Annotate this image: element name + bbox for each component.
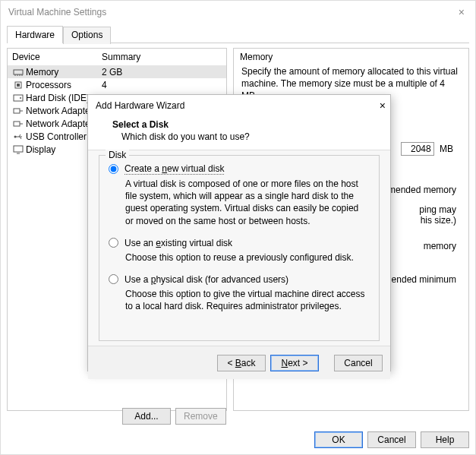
col-summary: Summary (102, 52, 222, 62)
wizard-heading: Select a Disk (112, 119, 377, 130)
ok-button[interactable]: OK (314, 431, 363, 448)
add-remove-row: Add... Remove (122, 408, 226, 425)
svg-rect-9 (14, 109, 20, 113)
device-table-header: Device Summary (8, 49, 226, 65)
svg-point-8 (20, 97, 21, 99)
radio-create-new[interactable]: Create a new virtual disk (106, 163, 373, 175)
next-button[interactable]: Next > (270, 355, 319, 371)
window-title: Virtual Machine Settings (8, 7, 106, 17)
device-name: Memory (26, 67, 102, 77)
hint-swap1: ping may (419, 204, 456, 215)
svg-rect-11 (14, 122, 20, 126)
svg-rect-6 (17, 84, 20, 87)
wizard-titlebar: Add Hardware Wizard × (88, 95, 390, 116)
memory-value-row: 2048 MB (401, 142, 453, 156)
display-icon (12, 144, 24, 155)
memory-input[interactable]: 2048 (401, 142, 434, 156)
radio-create-new-input[interactable] (109, 164, 118, 174)
wizard-cancel-button[interactable]: Cancel (334, 355, 383, 371)
wizard-footer: < Back Next > Cancel (88, 346, 390, 379)
wizard-close-icon[interactable]: × (380, 100, 386, 112)
radio-existing-input[interactable] (109, 238, 118, 248)
tab-options[interactable]: Options (63, 27, 111, 44)
processor-icon (12, 80, 24, 90)
radio-create-new-desc: A virtual disk is composed of one or mor… (125, 178, 368, 227)
radio-existing[interactable]: Use an existing virtual disk (106, 238, 373, 248)
svg-rect-17 (14, 146, 23, 152)
disk-group: Disk Create a new virtual disk A virtual… (99, 155, 380, 341)
radio-physical-input[interactable] (109, 274, 118, 284)
hint-swap2: his size.) (421, 215, 456, 226)
network-icon (12, 106, 24, 116)
wizard-subheading: Which disk do you want to use? (121, 131, 377, 142)
table-row[interactable]: Memory 2 GB (8, 65, 226, 78)
memory-icon (12, 67, 24, 77)
radio-existing-desc: Choose this option to reuse a previously… (125, 251, 368, 264)
usb-icon (12, 131, 24, 142)
device-name: Processors (26, 80, 102, 90)
wizard-body: Disk Create a new virtual disk A virtual… (88, 150, 390, 346)
radio-existing-label: Use an existing virtual disk (125, 238, 232, 248)
disk-group-label: Disk (106, 150, 129, 160)
titlebar: Virtual Machine Settings × (1, 1, 475, 24)
memory-mb-label: MB (440, 144, 453, 154)
memory-group-label: Memory (240, 52, 462, 62)
hint-memory: memory (424, 241, 456, 251)
network-icon (12, 118, 24, 129)
dialog-buttons: OK Cancel Help (314, 431, 469, 448)
remove-button: Remove (175, 408, 226, 425)
table-row[interactable]: Processors 4 (8, 78, 226, 91)
device-summary: 4 (102, 80, 222, 90)
hint-recommended: mmended memory (380, 185, 456, 195)
cancel-button[interactable]: Cancel (367, 431, 416, 448)
tab-hardware[interactable]: Hardware (7, 26, 63, 43)
radio-create-new-label: Create a new virtual disk (125, 163, 224, 175)
tabstrip: Hardware Options (7, 24, 469, 43)
help-button[interactable]: Help (421, 431, 469, 448)
add-button[interactable]: Add... (122, 408, 171, 425)
device-summary: 2 GB (102, 67, 222, 77)
vm-settings-window: Virtual Machine Settings × Hardware Opti… (0, 0, 476, 455)
radio-physical[interactable]: Use a physical disk (for advanced users) (106, 274, 373, 285)
back-button[interactable]: < Back (217, 355, 266, 371)
svg-rect-7 (14, 95, 23, 101)
radio-physical-desc: Choose this option to give the virtual m… (125, 288, 368, 312)
col-device: Device (12, 52, 102, 62)
disk-icon (12, 93, 24, 103)
add-hardware-wizard: Add Hardware Wizard × Select a Disk Whic… (87, 94, 391, 371)
radio-physical-label: Use a physical disk (for advanced users) (125, 274, 288, 285)
wizard-title: Add Hardware Wizard (96, 100, 184, 111)
wizard-header: Select a Disk Which disk do you want to … (88, 116, 390, 150)
close-icon[interactable]: × (454, 5, 469, 20)
svg-rect-0 (14, 70, 23, 74)
